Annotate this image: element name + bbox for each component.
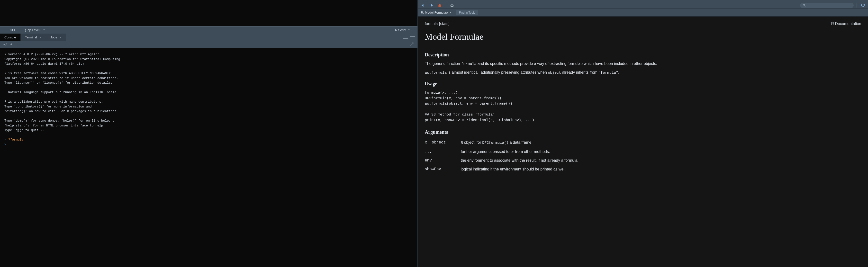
cursor-position[interactable]: 8:1 — [0, 28, 21, 32]
help-toolbar — [418, 2, 868, 9]
chevron-updown-icon: ⌃⌄ — [408, 28, 412, 32]
maximize-pane-icon[interactable] — [410, 36, 415, 39]
argument-description: further arguments passed to or from othe… — [461, 149, 861, 155]
argument-name: env — [425, 158, 454, 163]
source-editor[interactable] — [0, 0, 417, 26]
help-search-input[interactable] — [806, 4, 851, 7]
filetype-label: R Script — [395, 28, 406, 32]
page-title: Model Formulae — [425, 30, 861, 47]
chevron-updown-icon: ⌃⌄ — [43, 28, 48, 32]
usage-block: formula(x, ...) DF2formula(x, env = pare… — [425, 90, 861, 124]
separator — [857, 3, 857, 7]
scope-picker[interactable]: (Top Level) ⌃⌄ — [21, 28, 52, 32]
console-path-bar: ~/ — [0, 41, 417, 48]
section-heading-description: Description — [425, 47, 861, 61]
link-data-frame[interactable]: data.frame — [513, 140, 531, 144]
argument-description: the environment to associate with the re… — [461, 158, 861, 163]
console-output[interactable]: R version 4.0.2 (2020-06-22) -- "Taking … — [0, 48, 417, 267]
clear-console-icon[interactable] — [409, 42, 414, 47]
doc-package: formula {stats} — [425, 21, 450, 27]
help-document[interactable]: formula {stats} R Documentation Model Fo… — [418, 16, 868, 267]
tab-terminal[interactable]: Terminal× — [21, 34, 46, 41]
help-breadcrumb[interactable]: R: Model Formulae ▼ — [421, 11, 452, 14]
left-pane: 8:1 (Top Level) ⌃⌄ R Script ⌃⌄ ConsoleTe… — [0, 0, 418, 267]
argument-row: ...further arguments passed to or from o… — [425, 147, 861, 156]
help-pane-tabs — [418, 0, 868, 2]
help-subbar: R: Model Formulae ▼ Find in Topic — [418, 9, 868, 16]
help-search[interactable] — [800, 3, 854, 8]
argument-description: R object, for DF2formula() a data.frame. — [461, 140, 861, 146]
tab-jobs[interactable]: Jobs× — [46, 34, 66, 41]
refresh-icon[interactable] — [860, 3, 866, 8]
breadcrumb-label: R: Model Formulae — [421, 11, 448, 14]
help-pane: R: Model Formulae ▼ Find in Topic formul… — [418, 0, 868, 267]
tab-label: Console — [4, 35, 16, 39]
close-icon[interactable]: × — [59, 35, 61, 39]
search-icon — [803, 4, 806, 7]
argument-row: envthe environment to associate with the… — [425, 156, 861, 165]
console-command: ?formula — [8, 138, 23, 141]
argument-name: showEnv — [425, 166, 454, 172]
argument-row: x, objectR object, for DF2formula() a da… — [425, 138, 861, 147]
find-in-topic[interactable]: Find in Topic — [456, 10, 478, 15]
argument-name: x, object — [425, 140, 454, 146]
forward-icon[interactable] — [428, 3, 434, 8]
prompt: > — [4, 143, 6, 146]
back-icon[interactable] — [420, 3, 426, 8]
doc-kind: R Documentation — [831, 21, 861, 27]
svg-rect-1 — [451, 4, 453, 5]
close-icon[interactable]: × — [39, 35, 41, 39]
argument-description: logical indicating if the environment sh… — [461, 166, 861, 172]
argument-name: ... — [425, 149, 454, 155]
section-heading-usage: Usage — [425, 76, 861, 90]
editor-status-bar: 8:1 (Top Level) ⌃⌄ R Script ⌃⌄ — [0, 26, 417, 34]
svg-point-3 — [803, 4, 805, 6]
goto-directory-icon[interactable] — [9, 42, 13, 47]
filetype-picker[interactable]: R Script ⌃⌄ — [395, 28, 417, 32]
description-para-2: as.formula is almost identical, addition… — [425, 67, 861, 76]
print-icon[interactable] — [449, 3, 455, 8]
prompt: > — [4, 138, 6, 141]
find-placeholder: Find in Topic — [459, 11, 475, 14]
tab-label: Terminal — [25, 35, 37, 39]
minimize-pane-icon[interactable] — [403, 36, 408, 39]
description-para-1: The generic function formula and its spe… — [425, 61, 861, 67]
tab-label: Jobs — [50, 35, 57, 39]
home-icon[interactable] — [436, 3, 443, 8]
chevron-down-icon: ▼ — [449, 11, 452, 14]
scope-label: (Top Level) — [25, 28, 40, 32]
tab-console[interactable]: Console — [0, 34, 21, 41]
r-startup-text: R version 4.0.2 (2020-06-22) -- "Taking … — [4, 53, 120, 132]
working-directory[interactable]: ~/ — [3, 43, 7, 46]
argument-row: showEnvlogical indicating if the environ… — [425, 165, 861, 174]
section-heading-arguments: Arguments — [425, 124, 861, 138]
console-tab-strip: ConsoleTerminal×Jobs× — [0, 34, 417, 41]
arguments-table: x, objectR object, for DF2formula() a da… — [425, 138, 861, 174]
